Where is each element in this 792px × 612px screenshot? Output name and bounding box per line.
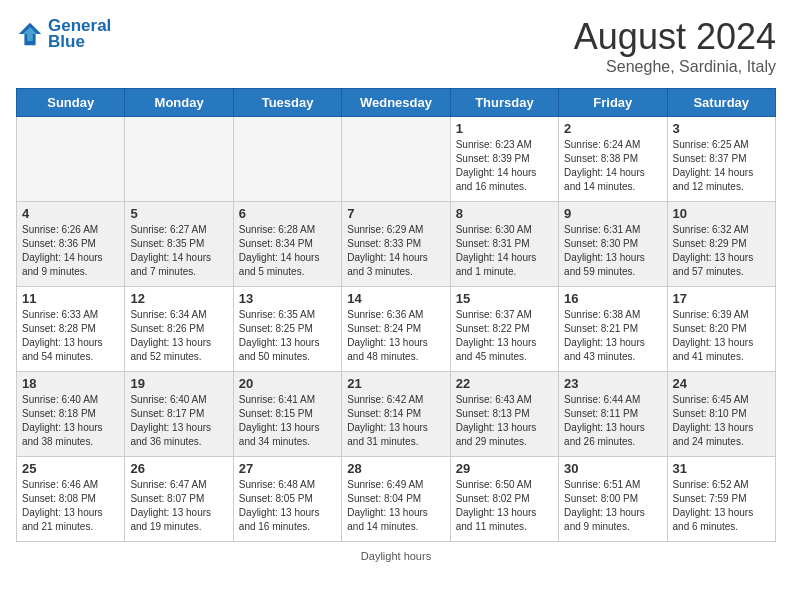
- day-header-thursday: Thursday: [450, 89, 558, 117]
- cell-info: Sunrise: 6:50 AMSunset: 8:02 PMDaylight:…: [456, 478, 553, 534]
- day-number: 13: [239, 291, 336, 306]
- cell-info: Sunrise: 6:35 AMSunset: 8:25 PMDaylight:…: [239, 308, 336, 364]
- calendar-cell: 7Sunrise: 6:29 AMSunset: 8:33 PMDaylight…: [342, 202, 450, 287]
- calendar-cell: 4Sunrise: 6:26 AMSunset: 8:36 PMDaylight…: [17, 202, 125, 287]
- cell-info: Sunrise: 6:41 AMSunset: 8:15 PMDaylight:…: [239, 393, 336, 449]
- cell-info: Sunrise: 6:33 AMSunset: 8:28 PMDaylight:…: [22, 308, 119, 364]
- calendar-cell: 18Sunrise: 6:40 AMSunset: 8:18 PMDayligh…: [17, 372, 125, 457]
- week-row-5: 25Sunrise: 6:46 AMSunset: 8:08 PMDayligh…: [17, 457, 776, 542]
- cell-info: Sunrise: 6:34 AMSunset: 8:26 PMDaylight:…: [130, 308, 227, 364]
- calendar-cell: 2Sunrise: 6:24 AMSunset: 8:38 PMDaylight…: [559, 117, 667, 202]
- day-header-monday: Monday: [125, 89, 233, 117]
- day-number: 5: [130, 206, 227, 221]
- day-header-saturday: Saturday: [667, 89, 775, 117]
- day-number: 29: [456, 461, 553, 476]
- day-number: 19: [130, 376, 227, 391]
- cell-info: Sunrise: 6:39 AMSunset: 8:20 PMDaylight:…: [673, 308, 770, 364]
- logo: General Blue: [16, 16, 111, 52]
- calendar-cell: [125, 117, 233, 202]
- day-header-friday: Friday: [559, 89, 667, 117]
- day-number: 25: [22, 461, 119, 476]
- cell-info: Sunrise: 6:48 AMSunset: 8:05 PMDaylight:…: [239, 478, 336, 534]
- day-number: 16: [564, 291, 661, 306]
- day-number: 26: [130, 461, 227, 476]
- day-number: 31: [673, 461, 770, 476]
- cell-info: Sunrise: 6:47 AMSunset: 8:07 PMDaylight:…: [130, 478, 227, 534]
- cell-info: Sunrise: 6:49 AMSunset: 8:04 PMDaylight:…: [347, 478, 444, 534]
- calendar-cell: 21Sunrise: 6:42 AMSunset: 8:14 PMDayligh…: [342, 372, 450, 457]
- calendar-cell: 8Sunrise: 6:30 AMSunset: 8:31 PMDaylight…: [450, 202, 558, 287]
- cell-info: Sunrise: 6:26 AMSunset: 8:36 PMDaylight:…: [22, 223, 119, 279]
- cell-info: Sunrise: 6:32 AMSunset: 8:29 PMDaylight:…: [673, 223, 770, 279]
- calendar-cell: 27Sunrise: 6:48 AMSunset: 8:05 PMDayligh…: [233, 457, 341, 542]
- day-number: 9: [564, 206, 661, 221]
- cell-info: Sunrise: 6:40 AMSunset: 8:17 PMDaylight:…: [130, 393, 227, 449]
- day-number: 2: [564, 121, 661, 136]
- calendar-cell: 26Sunrise: 6:47 AMSunset: 8:07 PMDayligh…: [125, 457, 233, 542]
- calendar-cell: 24Sunrise: 6:45 AMSunset: 8:10 PMDayligh…: [667, 372, 775, 457]
- month-year-title: August 2024: [574, 16, 776, 58]
- cell-info: Sunrise: 6:36 AMSunset: 8:24 PMDaylight:…: [347, 308, 444, 364]
- day-number: 21: [347, 376, 444, 391]
- day-number: 28: [347, 461, 444, 476]
- calendar-cell: 29Sunrise: 6:50 AMSunset: 8:02 PMDayligh…: [450, 457, 558, 542]
- day-number: 12: [130, 291, 227, 306]
- day-number: 4: [22, 206, 119, 221]
- calendar-cell: 12Sunrise: 6:34 AMSunset: 8:26 PMDayligh…: [125, 287, 233, 372]
- day-number: 15: [456, 291, 553, 306]
- title-section: August 2024 Seneghe, Sardinia, Italy: [574, 16, 776, 76]
- calendar-cell: 30Sunrise: 6:51 AMSunset: 8:00 PMDayligh…: [559, 457, 667, 542]
- day-number: 1: [456, 121, 553, 136]
- calendar-table: SundayMondayTuesdayWednesdayThursdayFrid…: [16, 88, 776, 542]
- calendar-cell: 6Sunrise: 6:28 AMSunset: 8:34 PMDaylight…: [233, 202, 341, 287]
- cell-info: Sunrise: 6:29 AMSunset: 8:33 PMDaylight:…: [347, 223, 444, 279]
- cell-info: Sunrise: 6:52 AMSunset: 7:59 PMDaylight:…: [673, 478, 770, 534]
- logo-icon: [16, 20, 44, 48]
- calendar-cell: 10Sunrise: 6:32 AMSunset: 8:29 PMDayligh…: [667, 202, 775, 287]
- calendar-cell: 19Sunrise: 6:40 AMSunset: 8:17 PMDayligh…: [125, 372, 233, 457]
- day-number: 10: [673, 206, 770, 221]
- cell-info: Sunrise: 6:31 AMSunset: 8:30 PMDaylight:…: [564, 223, 661, 279]
- day-number: 30: [564, 461, 661, 476]
- calendar-cell: [233, 117, 341, 202]
- page-header: General Blue August 2024 Seneghe, Sardin…: [16, 16, 776, 76]
- day-number: 8: [456, 206, 553, 221]
- calendar-cell: 14Sunrise: 6:36 AMSunset: 8:24 PMDayligh…: [342, 287, 450, 372]
- calendar-cell: 11Sunrise: 6:33 AMSunset: 8:28 PMDayligh…: [17, 287, 125, 372]
- calendar-cell: 22Sunrise: 6:43 AMSunset: 8:13 PMDayligh…: [450, 372, 558, 457]
- cell-info: Sunrise: 6:23 AMSunset: 8:39 PMDaylight:…: [456, 138, 553, 194]
- cell-info: Sunrise: 6:27 AMSunset: 8:35 PMDaylight:…: [130, 223, 227, 279]
- day-number: 11: [22, 291, 119, 306]
- cell-info: Sunrise: 6:42 AMSunset: 8:14 PMDaylight:…: [347, 393, 444, 449]
- cell-info: Sunrise: 6:25 AMSunset: 8:37 PMDaylight:…: [673, 138, 770, 194]
- day-header-wednesday: Wednesday: [342, 89, 450, 117]
- calendar-cell: 15Sunrise: 6:37 AMSunset: 8:22 PMDayligh…: [450, 287, 558, 372]
- calendar-cell: 31Sunrise: 6:52 AMSunset: 7:59 PMDayligh…: [667, 457, 775, 542]
- calendar-cell: 17Sunrise: 6:39 AMSunset: 8:20 PMDayligh…: [667, 287, 775, 372]
- day-header-sunday: Sunday: [17, 89, 125, 117]
- day-number: 27: [239, 461, 336, 476]
- cell-info: Sunrise: 6:44 AMSunset: 8:11 PMDaylight:…: [564, 393, 661, 449]
- calendar-cell: 16Sunrise: 6:38 AMSunset: 8:21 PMDayligh…: [559, 287, 667, 372]
- day-number: 14: [347, 291, 444, 306]
- cell-info: Sunrise: 6:24 AMSunset: 8:38 PMDaylight:…: [564, 138, 661, 194]
- day-header-tuesday: Tuesday: [233, 89, 341, 117]
- week-row-3: 11Sunrise: 6:33 AMSunset: 8:28 PMDayligh…: [17, 287, 776, 372]
- cell-info: Sunrise: 6:45 AMSunset: 8:10 PMDaylight:…: [673, 393, 770, 449]
- calendar-cell: 20Sunrise: 6:41 AMSunset: 8:15 PMDayligh…: [233, 372, 341, 457]
- week-row-1: 1Sunrise: 6:23 AMSunset: 8:39 PMDaylight…: [17, 117, 776, 202]
- day-number: 18: [22, 376, 119, 391]
- day-number: 20: [239, 376, 336, 391]
- logo-text: General Blue: [48, 16, 111, 52]
- calendar-cell: [17, 117, 125, 202]
- week-row-4: 18Sunrise: 6:40 AMSunset: 8:18 PMDayligh…: [17, 372, 776, 457]
- calendar-cell: 5Sunrise: 6:27 AMSunset: 8:35 PMDaylight…: [125, 202, 233, 287]
- cell-info: Sunrise: 6:43 AMSunset: 8:13 PMDaylight:…: [456, 393, 553, 449]
- day-number: 17: [673, 291, 770, 306]
- footer-label: Daylight hours: [361, 550, 431, 562]
- week-row-2: 4Sunrise: 6:26 AMSunset: 8:36 PMDaylight…: [17, 202, 776, 287]
- cell-info: Sunrise: 6:46 AMSunset: 8:08 PMDaylight:…: [22, 478, 119, 534]
- day-number: 24: [673, 376, 770, 391]
- calendar-cell: 13Sunrise: 6:35 AMSunset: 8:25 PMDayligh…: [233, 287, 341, 372]
- location-subtitle: Seneghe, Sardinia, Italy: [574, 58, 776, 76]
